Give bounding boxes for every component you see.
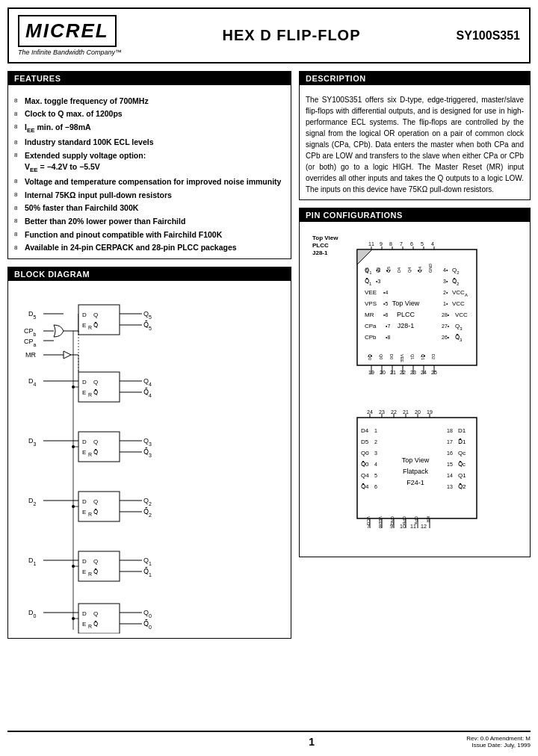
svg-text:Q1: Q1 [143, 557, 152, 566]
svg-text:Q̄: Q̄ [93, 509, 98, 515]
svg-text:Q4: Q4 [143, 377, 152, 387]
svg-text:4: 4 [374, 462, 377, 467]
left-column: FEATURES Max. toggle frequency of 700MHz… [7, 71, 291, 723]
svg-text:D: D [82, 610, 87, 617]
list-item: IEE min. of −98mA [14, 120, 285, 135]
svg-text:11: 11 [410, 524, 416, 529]
svg-text:22: 22 [391, 409, 397, 415]
list-item: 50% faster than Fairchild 300K [14, 202, 285, 215]
svg-text:Top View: Top View [401, 456, 429, 464]
svg-text:Qc: Qc [458, 450, 466, 456]
svg-text:23: 23 [379, 409, 385, 415]
svg-text:MR: MR [25, 351, 36, 359]
block-diagram-section: BLOCK DIAGRAM D5 CPb [7, 267, 291, 639]
svg-text:D2: D2 [28, 497, 37, 506]
svg-text:21: 21 [403, 409, 409, 415]
logo: MICREL [18, 15, 117, 47]
svg-text:Top View: Top View [392, 300, 419, 307]
svg-text:8: 8 [379, 524, 382, 529]
svg-text:2•: 2• [443, 290, 448, 295]
svg-text:5: 5 [374, 473, 377, 478]
svg-text:Q̄5: Q̄5 [386, 267, 391, 273]
svg-text:E: E [82, 322, 86, 329]
svg-text:28•: 28• [442, 312, 450, 317]
svg-text:Q̄: Q̄ [93, 322, 98, 329]
description-content: The SY100S351 offers six D-type, edge-tr… [300, 90, 530, 199]
svg-text:5: 5 [421, 241, 424, 247]
svg-text:Q̄: Q̄ [93, 389, 98, 396]
svg-text:Q4: Q4 [361, 472, 369, 479]
svg-text:Q1: Q1 [410, 354, 415, 359]
svg-text:27•: 27• [442, 323, 450, 329]
svg-text:Q: Q [93, 379, 98, 385]
svg-text:Q̄0: Q̄0 [361, 461, 369, 468]
svg-text:Q: Q [93, 610, 98, 617]
pin-config-section: PIN CONFIGURATIONS Top View PLCC J28-1 [299, 208, 531, 557]
pin-config-heading: PIN CONFIGURATIONS [300, 208, 530, 222]
logo-area: MICREL The Infinite Bandwidth Company™ [18, 15, 152, 56]
svg-text:Q̄5: Q̄5 [143, 320, 152, 331]
block-diagram-svg: D5 CPb CPa MR [22, 290, 276, 633]
block-diagram-content: D5 CPb CPa MR [8, 285, 291, 638]
svg-text:CPb: CPb [402, 516, 406, 524]
svg-text:14: 14 [447, 473, 453, 478]
svg-text:D0: D0 [389, 354, 394, 359]
svg-text:Q̄c: Q̄c [458, 461, 466, 468]
list-item: Extended supply voltage option:VEE = −4.… [14, 149, 285, 175]
list-item: Internal 75KΩ input pull-down resistors [14, 188, 285, 202]
svg-rect-24 [78, 372, 120, 402]
svg-text:VPS: VPS [365, 300, 377, 307]
svg-text:MR: MR [365, 312, 374, 318]
svg-text:J28-1: J28-1 [312, 250, 328, 256]
svg-text:D: D [82, 498, 87, 505]
svg-text:R: R [88, 452, 92, 457]
svg-text:10: 10 [400, 524, 406, 529]
svg-text:Q0: Q0 [143, 609, 152, 619]
svg-text:21: 21 [390, 370, 396, 375]
svg-text:F24-1: F24-1 [406, 479, 424, 486]
page: MICREL The Infinite Bandwidth Company™ H… [0, 0, 538, 756]
main-content: FEATURES Max. toggle frequency of 700MHz… [7, 71, 531, 723]
svg-text:D4: D4 [28, 377, 37, 387]
svg-text:9: 9 [380, 241, 383, 247]
svg-text:D5: D5 [28, 310, 37, 320]
list-item: Voltage and temperature compensation for… [14, 175, 285, 188]
svg-text:D4: D4 [361, 427, 369, 434]
svg-text:R: R [88, 571, 92, 577]
description-section: DESCRIPTION The SY100S351 offers six D-t… [299, 71, 531, 200]
svg-text:Q̄3: Q̄3 [143, 447, 152, 458]
list-item: Industry standard 100K ECL levels [14, 136, 285, 149]
list-item: Available in 24-pin CERPACK and 28-pin P… [14, 241, 285, 255]
svg-text:D: D [82, 379, 87, 385]
svg-text:VEE: VEE [378, 516, 383, 524]
svg-text:CPa: CPa [414, 516, 418, 525]
svg-text:1•: 1• [443, 301, 448, 306]
svg-rect-38 [78, 432, 120, 462]
svg-text:13: 13 [447, 484, 453, 489]
svg-text:•6: •6 [383, 312, 388, 317]
svg-rect-62 [78, 551, 120, 581]
svg-text:E: E [82, 568, 86, 575]
svg-text:J28-1: J28-1 [397, 322, 414, 329]
svg-text:Q̄1: Q̄1 [421, 354, 425, 360]
header-title: HEX D FLIP-FLOP [152, 27, 430, 44]
svg-text:•3: •3 [376, 279, 380, 284]
svg-text:VCC: VCC [455, 312, 468, 318]
svg-text:•5: •5 [383, 301, 388, 306]
svg-text:D̄1: D̄1 [458, 439, 466, 445]
svg-text:D5: D5 [361, 439, 369, 445]
svg-text:CPa: CPa [24, 338, 37, 347]
svg-text:Q̄2: Q̄2 [143, 507, 152, 518]
part-number: SY100S351 [430, 29, 520, 43]
svg-text:R: R [88, 325, 92, 330]
svg-text:Q3: Q3 [143, 437, 152, 447]
svg-text:E: E [82, 389, 86, 396]
svg-text:PLCC: PLCC [312, 242, 329, 249]
list-item: Clock to Q max. of 1200ps [14, 108, 285, 121]
svg-text:7: 7 [400, 241, 403, 247]
right-column: DESCRIPTION The SY100S351 offers six D-t… [299, 71, 531, 723]
description-heading: DESCRIPTION [300, 72, 530, 85]
svg-text:Top View: Top View [312, 235, 338, 241]
svg-text:D0: D0 [28, 609, 37, 619]
features-list: Max. toggle frequency of 700MHz Clock to… [14, 94, 285, 254]
